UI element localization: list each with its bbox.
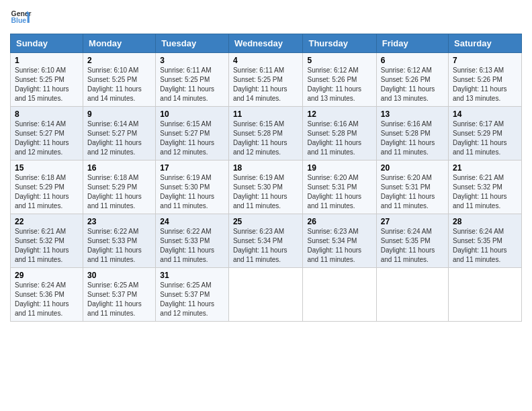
col-header-monday: Monday [83, 34, 156, 53]
day-info: Sunrise: 6:10 AM Sunset: 5:25 PM Dayligh… [87, 66, 142, 102]
col-header-sunday: Sunday [11, 34, 83, 53]
calendar-day-25: 25 Sunrise: 6:23 AM Sunset: 5:34 PM Dayl… [228, 214, 303, 268]
day-info: Sunrise: 6:24 AM Sunset: 5:35 PM Dayligh… [381, 228, 435, 263]
day-number: 22 [15, 217, 79, 226]
day-info: Sunrise: 6:15 AM Sunset: 5:27 PM Dayligh… [160, 120, 214, 156]
calendar-week-4: 22 Sunrise: 6:21 AM Sunset: 5:32 PM Dayl… [11, 214, 522, 268]
col-header-wednesday: Wednesday [228, 34, 303, 53]
day-number: 5 [307, 56, 371, 65]
empty-cell [303, 268, 376, 322]
day-number: 27 [381, 217, 444, 226]
day-number: 31 [160, 271, 224, 280]
empty-cell [228, 268, 303, 322]
day-info: Sunrise: 6:24 AM Sunset: 5:35 PM Dayligh… [453, 228, 507, 263]
day-number: 26 [307, 217, 371, 226]
day-info: Sunrise: 6:20 AM Sunset: 5:31 PM Dayligh… [307, 174, 361, 210]
calendar-week-2: 8 Sunrise: 6:14 AM Sunset: 5:27 PM Dayli… [11, 107, 522, 161]
header: General Blue [10, 7, 522, 28]
day-number: 30 [87, 271, 151, 280]
day-number: 2 [87, 56, 151, 65]
day-number: 23 [87, 217, 151, 226]
calendar-day-12: 12 Sunrise: 6:16 AM Sunset: 5:28 PM Dayl… [303, 107, 376, 161]
calendar-week-1: 1 Sunrise: 6:10 AM Sunset: 5:25 PM Dayli… [11, 53, 522, 107]
calendar-day-3: 3 Sunrise: 6:11 AM Sunset: 5:25 PM Dayli… [156, 53, 229, 107]
day-info: Sunrise: 6:11 AM Sunset: 5:25 PM Dayligh… [233, 66, 287, 102]
calendar-day-21: 21 Sunrise: 6:21 AM Sunset: 5:32 PM Dayl… [449, 161, 522, 214]
calendar-day-18: 18 Sunrise: 6:19 AM Sunset: 5:30 PM Dayl… [228, 161, 303, 214]
day-number: 28 [453, 217, 517, 226]
day-info: Sunrise: 6:19 AM Sunset: 5:30 PM Dayligh… [160, 174, 214, 210]
calendar-header-row: SundayMondayTuesdayWednesdayThursdayFrid… [11, 34, 522, 53]
day-number: 6 [381, 56, 444, 65]
calendar-day-9: 9 Sunrise: 6:14 AM Sunset: 5:27 PM Dayli… [83, 107, 156, 161]
day-info: Sunrise: 6:14 AM Sunset: 5:27 PM Dayligh… [15, 120, 69, 156]
day-number: 25 [233, 217, 299, 226]
day-number: 21 [453, 163, 517, 173]
day-number: 1 [15, 56, 79, 65]
calendar-day-31: 31 Sunrise: 6:25 AM Sunset: 5:37 PM Dayl… [156, 268, 229, 322]
day-number: 7 [453, 56, 517, 65]
calendar-day-30: 30 Sunrise: 6:25 AM Sunset: 5:37 PM Dayl… [83, 268, 156, 322]
calendar-day-1: 1 Sunrise: 6:10 AM Sunset: 5:25 PM Dayli… [11, 53, 83, 107]
calendar-day-19: 19 Sunrise: 6:20 AM Sunset: 5:31 PM Dayl… [303, 161, 376, 214]
col-header-tuesday: Tuesday [156, 34, 229, 53]
day-info: Sunrise: 6:22 AM Sunset: 5:33 PM Dayligh… [87, 228, 142, 263]
day-info: Sunrise: 6:18 AM Sunset: 5:29 PM Dayligh… [15, 174, 69, 210]
day-info: Sunrise: 6:19 AM Sunset: 5:30 PM Dayligh… [233, 174, 287, 210]
day-number: 18 [233, 163, 299, 173]
calendar-day-17: 17 Sunrise: 6:19 AM Sunset: 5:30 PM Dayl… [156, 161, 229, 214]
calendar-day-13: 13 Sunrise: 6:16 AM Sunset: 5:28 PM Dayl… [376, 107, 448, 161]
day-number: 19 [307, 163, 371, 173]
page: General Blue SundayMondayTuesdayWednesda… [0, 0, 532, 411]
day-number: 13 [381, 109, 444, 119]
col-header-friday: Friday [376, 34, 448, 53]
day-info: Sunrise: 6:12 AM Sunset: 5:26 PM Dayligh… [307, 66, 361, 102]
day-number: 3 [160, 56, 224, 65]
day-info: Sunrise: 6:17 AM Sunset: 5:29 PM Dayligh… [453, 120, 507, 156]
calendar-day-20: 20 Sunrise: 6:20 AM Sunset: 5:31 PM Dayl… [376, 161, 448, 214]
day-number: 8 [15, 109, 79, 119]
calendar-day-15: 15 Sunrise: 6:18 AM Sunset: 5:29 PM Dayl… [11, 161, 83, 214]
logo: General Blue [10, 7, 32, 28]
day-info: Sunrise: 6:24 AM Sunset: 5:36 PM Dayligh… [15, 281, 69, 317]
day-info: Sunrise: 6:12 AM Sunset: 5:26 PM Dayligh… [381, 66, 435, 102]
day-number: 12 [307, 109, 371, 119]
calendar-day-10: 10 Sunrise: 6:15 AM Sunset: 5:27 PM Dayl… [156, 107, 229, 161]
day-number: 16 [87, 163, 151, 173]
calendar-day-24: 24 Sunrise: 6:22 AM Sunset: 5:33 PM Dayl… [156, 214, 229, 268]
calendar-day-14: 14 Sunrise: 6:17 AM Sunset: 5:29 PM Dayl… [449, 107, 522, 161]
calendar-day-5: 5 Sunrise: 6:12 AM Sunset: 5:26 PM Dayli… [303, 53, 376, 107]
calendar-week-5: 29 Sunrise: 6:24 AM Sunset: 5:36 PM Dayl… [11, 268, 522, 322]
day-info: Sunrise: 6:16 AM Sunset: 5:28 PM Dayligh… [381, 120, 435, 156]
day-info: Sunrise: 6:15 AM Sunset: 5:28 PM Dayligh… [233, 120, 287, 156]
calendar-day-8: 8 Sunrise: 6:14 AM Sunset: 5:27 PM Dayli… [11, 107, 83, 161]
day-number: 24 [160, 217, 224, 226]
day-number: 29 [15, 271, 79, 280]
calendar-week-3: 15 Sunrise: 6:18 AM Sunset: 5:29 PM Dayl… [11, 161, 522, 214]
day-number: 11 [233, 109, 299, 119]
col-header-thursday: Thursday [303, 34, 376, 53]
day-info: Sunrise: 6:10 AM Sunset: 5:25 PM Dayligh… [15, 66, 69, 102]
day-number: 17 [160, 163, 224, 173]
day-info: Sunrise: 6:21 AM Sunset: 5:32 PM Dayligh… [15, 228, 69, 263]
calendar-day-16: 16 Sunrise: 6:18 AM Sunset: 5:29 PM Dayl… [83, 161, 156, 214]
day-info: Sunrise: 6:20 AM Sunset: 5:31 PM Dayligh… [381, 174, 435, 210]
day-info: Sunrise: 6:13 AM Sunset: 5:26 PM Dayligh… [453, 66, 507, 102]
day-info: Sunrise: 6:11 AM Sunset: 5:25 PM Dayligh… [160, 66, 214, 102]
day-info: Sunrise: 6:25 AM Sunset: 5:37 PM Dayligh… [87, 281, 142, 317]
day-info: Sunrise: 6:23 AM Sunset: 5:34 PM Dayligh… [233, 228, 287, 263]
calendar-day-7: 7 Sunrise: 6:13 AM Sunset: 5:26 PM Dayli… [449, 53, 522, 107]
calendar-day-29: 29 Sunrise: 6:24 AM Sunset: 5:36 PM Dayl… [11, 268, 83, 322]
day-info: Sunrise: 6:18 AM Sunset: 5:29 PM Dayligh… [87, 174, 142, 210]
day-number: 14 [453, 109, 517, 119]
calendar-day-27: 27 Sunrise: 6:24 AM Sunset: 5:35 PM Dayl… [376, 214, 448, 268]
day-info: Sunrise: 6:21 AM Sunset: 5:32 PM Dayligh… [453, 174, 507, 210]
calendar-day-2: 2 Sunrise: 6:10 AM Sunset: 5:25 PM Dayli… [83, 53, 156, 107]
calendar-day-6: 6 Sunrise: 6:12 AM Sunset: 5:26 PM Dayli… [376, 53, 448, 107]
svg-text:Blue: Blue [11, 17, 27, 24]
empty-cell [449, 268, 522, 322]
calendar-day-26: 26 Sunrise: 6:23 AM Sunset: 5:34 PM Dayl… [303, 214, 376, 268]
day-number: 10 [160, 109, 224, 119]
empty-cell [376, 268, 448, 322]
calendar-day-23: 23 Sunrise: 6:22 AM Sunset: 5:33 PM Dayl… [83, 214, 156, 268]
